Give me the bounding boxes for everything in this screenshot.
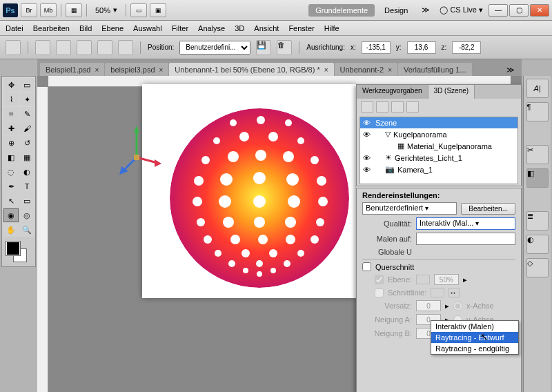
tabs-overflow[interactable]: ≫ xyxy=(502,64,519,76)
doc-tab[interactable]: Unbenannt-2× xyxy=(335,63,397,76)
zoom-level[interactable]: 50%▾ xyxy=(91,6,121,14)
menu-bearbeiten[interactable]: Bearbeiten xyxy=(33,24,70,32)
close-icon[interactable]: × xyxy=(159,66,164,74)
dock-channels-icon[interactable]: ◐ xyxy=(526,235,549,254)
filter-material-icon[interactable] xyxy=(391,101,404,112)
fg-swatch[interactable] xyxy=(6,242,20,255)
render-preset-select[interactable]: Benutzerdefiniert ▾ xyxy=(362,202,457,215)
menu-fenster[interactable]: Fenster xyxy=(288,24,314,32)
pen-tool[interactable]: ✒ xyxy=(3,179,19,193)
doc-tab[interactable]: Unbenannt-1 bei 50% (Ebene 10, RGB/8) *× xyxy=(169,63,333,76)
workspace-tab-grundelemente[interactable]: Grundelemente xyxy=(308,4,375,17)
brush-tool[interactable]: 🖌 xyxy=(19,121,34,135)
eyedropper-tool[interactable]: ✎ xyxy=(19,107,34,121)
dock-layers-icon[interactable]: ≣ xyxy=(526,211,549,231)
marquee-tool[interactable]: ▭ xyxy=(19,78,34,92)
scene-item[interactable]: ▦ Material_Kugelpanorama xyxy=(360,140,518,152)
tab-3d-szene[interactable]: 3D (Szene) xyxy=(428,85,475,99)
history-tool[interactable]: ↺ xyxy=(19,136,34,150)
scene-item[interactable]: 👁☀ Gerichtetes_Licht_1 xyxy=(360,152,518,164)
menu-ebene[interactable]: Ebene xyxy=(101,24,124,32)
menu-hilfe[interactable]: Hilfe xyxy=(324,24,339,32)
scene-tree[interactable]: 👁Szene 👁▽ Kugelpanorama ▦ Material_Kugel… xyxy=(359,117,518,184)
scene-item[interactable]: 👁📷 Kamera_1 xyxy=(360,164,518,175)
color-swatches[interactable] xyxy=(3,240,34,265)
heal-tool[interactable]: ✚ xyxy=(3,121,19,135)
dropdown-item[interactable]: Interaktiv (Malen) xyxy=(431,321,518,332)
filter-light-icon[interactable] xyxy=(406,101,419,112)
dropdown-item[interactable]: Raytracing - Entwurf xyxy=(431,332,518,343)
workspace-more[interactable]: ≫ xyxy=(417,6,434,14)
z-input[interactable] xyxy=(452,41,481,54)
3d-mode-5-icon[interactable] xyxy=(118,40,133,55)
x-input[interactable] xyxy=(362,41,391,54)
scene-item[interactable]: 👁▽ Kugelpanorama xyxy=(360,128,518,140)
3d-mode-3-icon[interactable] xyxy=(77,40,92,55)
doc-tab[interactable]: Beispiel1.psd× xyxy=(40,63,104,76)
filter-mesh-icon[interactable] xyxy=(376,101,388,112)
workspace-tab-design[interactable]: Design xyxy=(377,4,415,17)
quality-select[interactable]: Interaktiv (Mal... ▾ xyxy=(416,217,515,230)
shape-tool[interactable]: ▭ xyxy=(19,194,34,208)
menu-auswahl[interactable]: Auswahl xyxy=(133,24,162,32)
dock-paragraph-icon[interactable]: ¶ xyxy=(526,102,549,121)
dock-char-icon[interactable]: A| xyxy=(526,79,549,98)
blur-tool[interactable]: ◌ xyxy=(3,165,19,179)
quality-dropdown[interactable]: Interaktiv (Malen) Raytracing - Entwurf … xyxy=(431,320,519,355)
scene-item[interactable]: 👁Szene xyxy=(360,117,518,128)
minimize-button[interactable]: — xyxy=(489,4,508,17)
text-tool[interactable]: T xyxy=(19,179,34,193)
path-tool[interactable]: ↖ xyxy=(3,194,19,208)
position-preset-select[interactable]: Benutzerdefini... xyxy=(179,41,250,55)
save-preset-icon[interactable]: 💾 xyxy=(256,40,271,55)
cross-section-checkbox[interactable] xyxy=(362,262,371,271)
delete-preset-icon[interactable]: 🗑 xyxy=(277,40,292,55)
paint-select[interactable] xyxy=(416,233,515,245)
screen-mode-icon[interactable]: ▣ xyxy=(150,3,166,17)
menu-bild[interactable]: Bild xyxy=(79,24,92,32)
menu-ansicht[interactable]: Ansicht xyxy=(254,24,279,32)
cs-live[interactable]: ◯ CS Live ▾ xyxy=(437,6,486,14)
minibridge-icon[interactable]: Mb xyxy=(40,3,57,17)
doc-tab[interactable]: Verlaufsfüllung 1... xyxy=(398,63,472,76)
dock-3d-icon[interactable]: ◧ xyxy=(526,168,549,188)
filter-scene-icon[interactable] xyxy=(361,101,373,112)
3d-mode-4-icon[interactable] xyxy=(97,40,112,55)
3d-object-tool[interactable]: ◉ xyxy=(3,208,19,222)
3d-mode-1-icon[interactable] xyxy=(35,40,50,55)
3d-camera-tool[interactable]: ◎ xyxy=(19,208,34,222)
close-icon[interactable]: × xyxy=(324,66,328,74)
grid-icon[interactable]: ▦ xyxy=(66,3,82,17)
window-arrange-icon[interactable]: ▭ xyxy=(130,3,147,17)
dock-paths-icon[interactable]: ◇ xyxy=(526,258,549,277)
dropdown-item[interactable]: Raytracing - endgültig xyxy=(431,343,518,354)
bridge-icon[interactable]: Br xyxy=(21,3,37,17)
edit-button[interactable]: Bearbeiten... xyxy=(461,203,515,215)
zoom-tool[interactable]: 🔍 xyxy=(19,223,34,237)
y-input[interactable] xyxy=(407,41,436,54)
eraser-tool[interactable]: ◧ xyxy=(3,150,19,164)
dock-tool1-icon[interactable]: ✂ xyxy=(526,145,549,164)
dodge-tool[interactable]: ◐ xyxy=(19,165,34,179)
crop-tool[interactable]: ⌗ xyxy=(3,107,19,121)
gradient-tool[interactable]: ▦ xyxy=(19,150,34,164)
canvas[interactable] xyxy=(142,84,356,298)
wand-tool[interactable]: ✦ xyxy=(19,92,34,106)
stamp-tool[interactable]: ⊕ xyxy=(3,136,19,150)
menu-datei[interactable]: Datei xyxy=(6,24,23,32)
menu-analyse[interactable]: Analyse xyxy=(198,24,225,32)
close-icon[interactable]: × xyxy=(95,66,99,74)
doc-tab[interactable]: beispiel3.psd× xyxy=(105,63,168,76)
menu-3d[interactable]: 3D xyxy=(235,24,244,32)
move-tool[interactable]: ✥ xyxy=(3,78,19,92)
maximize-button[interactable]: ▢ xyxy=(509,4,529,17)
tab-werkzeugvorgaben[interactable]: Werkzeugvorgaben xyxy=(357,85,428,99)
menu-filter[interactable]: Filter xyxy=(172,24,188,32)
close-button[interactable]: ✕ xyxy=(530,4,549,17)
close-icon[interactable]: × xyxy=(388,66,392,74)
current-tool-icon[interactable] xyxy=(6,40,21,55)
hand-tool[interactable]: ✋ xyxy=(3,223,19,237)
lasso-tool[interactable]: ⌇ xyxy=(3,92,19,106)
ruler-vertical[interactable] xyxy=(37,87,48,392)
3d-mode-2-icon[interactable] xyxy=(56,40,71,55)
